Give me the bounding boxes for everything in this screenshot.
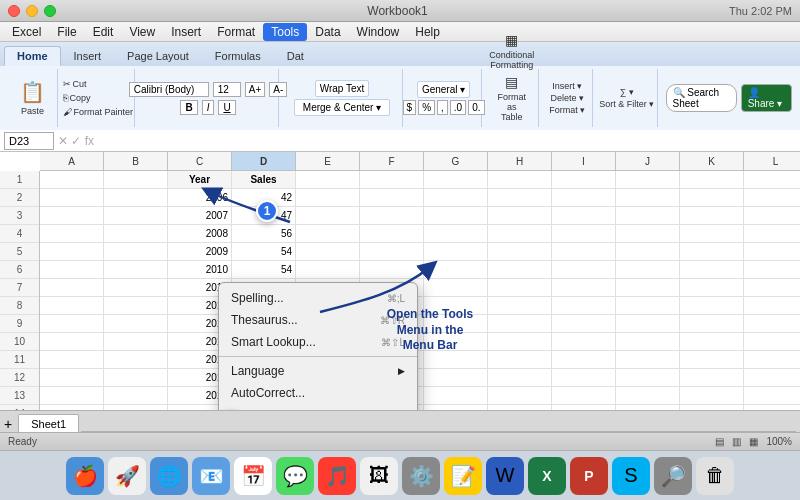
dock-mail[interactable]: 📧 [192, 457, 230, 495]
tab-insert[interactable]: Insert [61, 46, 115, 66]
cell-j1[interactable] [616, 171, 680, 189]
menu-window[interactable]: Window [349, 23, 408, 41]
view-preview-icon[interactable]: ▦ [749, 436, 758, 447]
menu-edit[interactable]: Edit [85, 23, 122, 41]
annotation-text-tools: Open the ToolsMenu in theMenu Bar [365, 307, 495, 354]
menu-help[interactable]: Help [407, 23, 448, 41]
dock-launchpad[interactable]: 🚀 [108, 457, 146, 495]
cell-a2[interactable] [40, 189, 104, 207]
maximize-button[interactable] [44, 5, 56, 17]
row-header-14: 14 [0, 405, 39, 410]
add-sheet-button[interactable]: + [4, 416, 12, 432]
menu-data[interactable]: Data [307, 23, 348, 41]
dock-photos[interactable]: 🖼 [360, 457, 398, 495]
dock-calendar[interactable]: 📅 [234, 457, 272, 495]
menu-item-language[interactable]: Language▶ [219, 360, 417, 382]
col-header-f: F [360, 152, 424, 170]
sort-filter-button[interactable]: Sort & Filter ▾ [595, 98, 658, 110]
table-row: 201649 [40, 369, 800, 387]
window-controls[interactable] [8, 5, 56, 17]
menu-item-error-checking[interactable]: Error Checking... [219, 404, 417, 410]
font-size-select[interactable]: 12 [213, 82, 241, 97]
tab-page-layout[interactable]: Page Layout [114, 46, 202, 66]
tab-formulas[interactable]: Formulas [202, 46, 274, 66]
share-button[interactable]: 👤 Share ▾ [741, 84, 792, 112]
row-header-10: 10 [0, 333, 39, 351]
dock-word[interactable]: W [486, 457, 524, 495]
dock-finder[interactable]: 🍎 [66, 457, 104, 495]
cell-b1[interactable] [104, 171, 168, 189]
sheet-tab-1[interactable]: Sheet1 [18, 414, 79, 432]
row-header-7: 7 [0, 279, 39, 297]
tab-home[interactable]: Home [4, 46, 61, 66]
cell-g1[interactable] [424, 171, 488, 189]
wrap-text-button[interactable]: Wrap Text [315, 80, 370, 97]
close-button[interactable] [8, 5, 20, 17]
menu-format[interactable]: Format [209, 23, 263, 41]
menu-insert[interactable]: Insert [163, 23, 209, 41]
cell-h1[interactable] [488, 171, 552, 189]
sheet-tabs: + Sheet1 [0, 410, 800, 432]
dock-powerpoint[interactable]: P [570, 457, 608, 495]
increase-decimal-button[interactable]: .0 [450, 100, 466, 115]
dock-spotlight[interactable]: 🔎 [654, 457, 692, 495]
merge-center-button[interactable]: Merge & Center ▾ [294, 99, 390, 116]
menu-item-autocorrect[interactable]: AutoCorrect... [219, 382, 417, 404]
spreadsheet-container: A B C D E F G H I J K L M N O P Q R S [0, 152, 800, 410]
ribbon-group-number: General ▾ $ % , .0 0. [407, 69, 482, 127]
status-ready: Ready [8, 436, 37, 447]
row-header-8: 8 [0, 297, 39, 315]
bold-button[interactable]: B [180, 100, 197, 115]
dock-excel[interactable]: X [528, 457, 566, 495]
font-family-select[interactable]: Calibri (Body) [129, 82, 209, 97]
dock-safari[interactable]: 🌐 [150, 457, 188, 495]
paste-button[interactable]: 📋 Paste [16, 78, 49, 118]
menu-tools[interactable]: Tools [263, 23, 307, 41]
cell-a1[interactable] [40, 171, 104, 189]
cell-i1[interactable] [552, 171, 616, 189]
dock-skype[interactable]: S [612, 457, 650, 495]
app-menubar: Excel File Edit View Insert Format Tools… [0, 22, 800, 42]
title-bar: Workbook1 Thu 2:02 PM [0, 0, 800, 22]
format-painter-button[interactable]: 🖌 Format Painter [59, 106, 138, 118]
decrease-decimal-button[interactable]: 0. [468, 100, 484, 115]
table-row [40, 405, 800, 410]
dock-trash[interactable]: 🗑 [696, 457, 734, 495]
sum-button[interactable]: ∑ ▾ [616, 86, 638, 98]
dollar-format-button[interactable]: $ [403, 100, 417, 115]
format-as-table-button[interactable]: ▤ Formatas Table [492, 72, 532, 124]
format-cells-button[interactable]: Format ▾ [545, 104, 589, 116]
insert-cells-button[interactable]: Insert ▾ [548, 80, 586, 92]
col-header-h: H [488, 152, 552, 170]
dock-music[interactable]: 🎵 [318, 457, 356, 495]
cell-b2[interactable] [104, 189, 168, 207]
menu-view[interactable]: View [121, 23, 163, 41]
search-sheet-input[interactable]: 🔍 Search Sheet [666, 84, 737, 112]
cell-c6[interactable]: 2010 [168, 261, 232, 279]
cell-k1[interactable] [680, 171, 744, 189]
view-normal-icon[interactable]: ▤ [715, 436, 724, 447]
delete-cells-button[interactable]: Delete ▾ [547, 92, 589, 104]
dock-messages[interactable]: 💬 [276, 457, 314, 495]
cell-reference-box[interactable]: D23 [4, 132, 54, 150]
increase-font-button[interactable]: A+ [245, 82, 266, 97]
dock-notes[interactable]: 📝 [444, 457, 482, 495]
view-layout-icon[interactable]: ▥ [732, 436, 741, 447]
italic-button[interactable]: I [202, 100, 215, 115]
mac-dock: 🍎 🚀 🌐 📧 📅 💬 🎵 🖼 ⚙️ 📝 W X P S 🔎 🗑 [0, 450, 800, 500]
cell-c5[interactable]: 2009 [168, 243, 232, 261]
cell-f1[interactable] [360, 171, 424, 189]
underline-button[interactable]: U [218, 100, 235, 115]
percent-format-button[interactable]: % [418, 100, 435, 115]
copy-button[interactable]: ⎘ Copy [59, 92, 138, 104]
cell-l1[interactable] [744, 171, 800, 189]
number-format-select[interactable]: General ▾ [417, 81, 470, 98]
minimize-button[interactable] [26, 5, 38, 17]
conditional-formatting-button[interactable]: ▦ ConditionalFormatting [485, 30, 538, 72]
cut-button[interactable]: ✂ Cut [59, 78, 138, 90]
tab-data[interactable]: Dat [274, 46, 317, 66]
comma-format-button[interactable]: , [437, 100, 448, 115]
dock-system-prefs[interactable]: ⚙️ [402, 457, 440, 495]
menu-excel[interactable]: Excel [4, 23, 49, 41]
menu-file[interactable]: File [49, 23, 84, 41]
